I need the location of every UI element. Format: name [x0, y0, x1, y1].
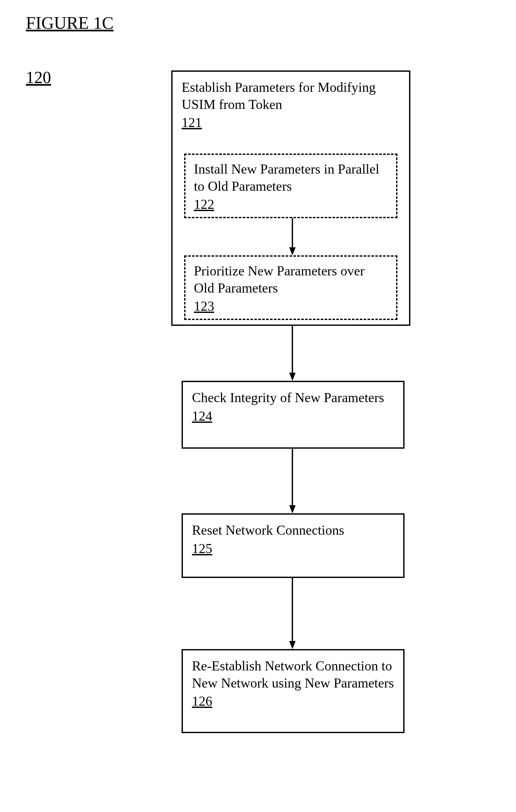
step-126-num: 126 — [192, 693, 212, 709]
step-126: Re-Establish Network Connection to New N… — [182, 649, 404, 733]
step-122: Install New Parameters in Parallel to Ol… — [184, 153, 397, 218]
step-124-label: Check Integrity of New Parameters — [192, 389, 394, 406]
step-124: Check Integrity of New Parameters 124 — [182, 381, 404, 449]
arrow-124-to-125 — [289, 449, 296, 513]
arrow-125-to-126 — [289, 578, 296, 649]
step-125-num: 125 — [192, 541, 212, 556]
step-123-num: 123 — [194, 298, 214, 314]
svg-marker-1 — [289, 247, 296, 255]
step-122-label: Install New Parameters in Parallel to Ol… — [194, 161, 388, 195]
step-122-num: 122 — [194, 197, 214, 212]
step-125: Reset Network Connections 125 — [182, 513, 404, 578]
step-125-label: Reset Network Connections — [192, 522, 394, 539]
arrow-122-to-123 — [289, 218, 296, 255]
svg-marker-7 — [289, 641, 296, 649]
page: FIGURE 1C 120 Establish Parameters for M… — [0, 0, 516, 812]
step-123-label: Prioritize New Parameters over Old Param… — [194, 262, 388, 296]
step-121-num: 121 — [182, 115, 202, 130]
figure-title: FIGURE 1C — [26, 13, 114, 33]
step-124-num: 124 — [192, 408, 212, 424]
step-126-label: Re-Establish Network Connection to New N… — [192, 658, 394, 691]
svg-marker-3 — [289, 373, 296, 381]
arrow-121-to-124 — [289, 326, 296, 381]
figure-ref: 120 — [26, 68, 51, 87]
step-123: Prioritize New Parameters over Old Param… — [184, 255, 397, 320]
step-121-label: Establish Parameters for Modifying USIM … — [182, 79, 400, 113]
svg-marker-5 — [289, 505, 296, 513]
